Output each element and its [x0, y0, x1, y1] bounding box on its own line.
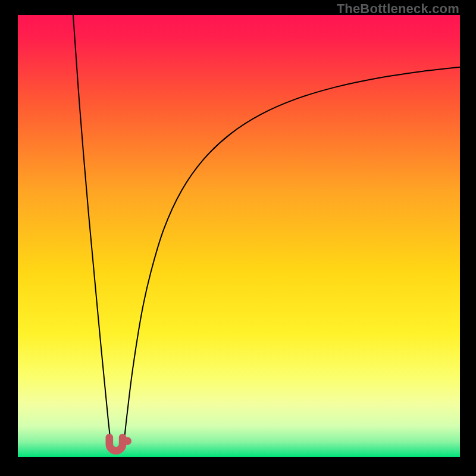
gradient-background — [18, 15, 460, 457]
marker-dot — [124, 437, 131, 445]
bottleneck-chart — [18, 15, 460, 457]
chart-frame: TheBottleneck.com — [0, 0, 476, 476]
